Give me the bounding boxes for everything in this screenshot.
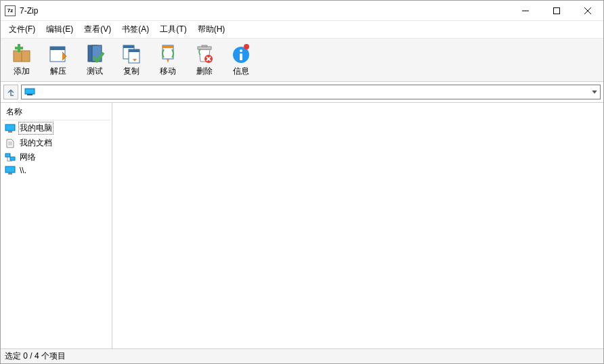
tree-item-network[interactable]: 网络 (2, 150, 110, 164)
address-input[interactable] (21, 85, 601, 99)
test-label: 测试 (87, 66, 103, 77)
svg-rect-15 (129, 49, 139, 52)
tree-item-root[interactable]: \\. (2, 164, 110, 177)
svg-rect-26 (25, 89, 35, 94)
test-icon (84, 43, 106, 64)
menu-view[interactable]: 查看(V) (79, 22, 116, 37)
address-dropdown-icon[interactable] (592, 89, 597, 96)
column-header-name[interactable]: 名称 (2, 104, 110, 120)
svg-rect-1 (554, 7, 560, 14)
extract-button[interactable]: 解压 (40, 40, 77, 80)
computer-small-icon (24, 89, 35, 95)
delete-label: 删除 (196, 66, 213, 77)
window-title: 7-Zip (20, 6, 38, 16)
monitor-icon (5, 124, 16, 133)
toolbar: 添加 解压 测试 (1, 39, 603, 82)
delete-icon (194, 43, 215, 64)
delete-button[interactable]: 删除 (186, 40, 223, 80)
addressbar-row (1, 82, 603, 103)
monitor-icon (5, 166, 16, 175)
move-label: 移动 (160, 66, 176, 77)
titlebar: 7z 7-Zip (1, 1, 603, 21)
tree-label-root: \\. (18, 166, 28, 175)
svg-rect-38 (8, 173, 12, 175)
svg-rect-18 (198, 47, 211, 49)
svg-rect-27 (27, 94, 33, 95)
document-icon (5, 139, 16, 148)
extract-label: 解压 (50, 66, 66, 77)
add-label: 添加 (14, 66, 30, 77)
network-icon (5, 153, 16, 162)
maximize-button[interactable] (541, 1, 572, 20)
move-icon (157, 43, 179, 64)
tree-label-network: 网络 (18, 152, 37, 163)
svg-rect-28 (5, 124, 15, 131)
menu-file[interactable]: 文件(F) (3, 22, 41, 37)
up-button[interactable] (3, 85, 18, 99)
test-button[interactable]: 测试 (77, 40, 113, 80)
info-button[interactable]: 信息 (223, 40, 259, 80)
info-icon (230, 43, 252, 64)
move-button[interactable]: 移动 (150, 40, 186, 80)
extract-icon (47, 43, 69, 64)
tree-item-documents[interactable]: 我的文档 (2, 136, 110, 150)
menu-tools[interactable]: 工具(T) (154, 22, 192, 37)
svg-rect-7 (15, 47, 23, 49)
up-arrow-icon (6, 87, 16, 97)
content-area: 名称 我的电脑 我的文档 (1, 103, 603, 348)
svg-rect-34 (10, 157, 15, 160)
tree-item-computer[interactable]: 我的电脑 (2, 120, 110, 136)
minimize-button[interactable] (510, 1, 541, 20)
svg-point-23 (240, 49, 242, 52)
svg-rect-33 (5, 154, 10, 157)
svg-rect-37 (5, 166, 15, 173)
tree-label-documents: 我的文档 (18, 137, 53, 149)
menubar: 文件(F) 编辑(E) 查看(V) 书签(A) 工具(T) 帮助(H) (1, 21, 603, 39)
copy-icon (121, 43, 142, 64)
svg-rect-9 (50, 47, 65, 50)
status-text: 选定 0 / 4 个项目 (5, 350, 66, 362)
svg-point-25 (244, 44, 249, 49)
statusbar: 选定 0 / 4 个项目 (1, 348, 603, 363)
right-pane[interactable] (112, 103, 603, 348)
app-icon: 7z (5, 5, 16, 16)
info-label: 信息 (233, 66, 249, 77)
tree-label-computer: 我的电脑 (18, 122, 53, 135)
svg-rect-29 (8, 131, 12, 133)
copy-label: 复制 (123, 66, 139, 77)
left-pane: 名称 我的电脑 我的文档 (1, 103, 112, 348)
menu-help[interactable]: 帮助(H) (192, 22, 231, 37)
svg-rect-13 (123, 45, 134, 48)
copy-button[interactable]: 复制 (113, 40, 150, 80)
window-controls (510, 1, 603, 20)
add-icon (11, 43, 33, 64)
close-button[interactable] (572, 1, 603, 20)
add-button[interactable]: 添加 (3, 40, 40, 80)
svg-rect-24 (240, 53, 242, 60)
svg-rect-17 (163, 45, 173, 48)
menu-edit[interactable]: 编辑(E) (41, 22, 79, 37)
menu-favorites[interactable]: 书签(A) (116, 22, 154, 37)
